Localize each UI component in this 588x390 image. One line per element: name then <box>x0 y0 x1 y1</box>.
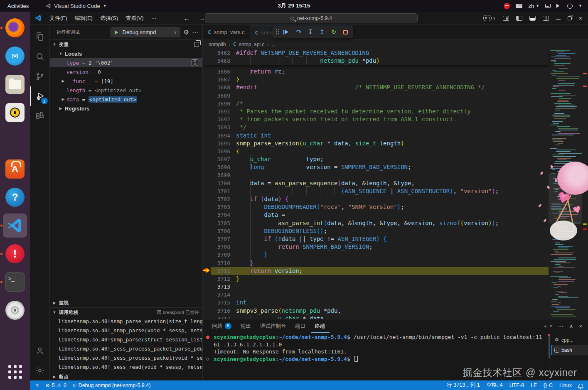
code-line-3468[interactable]: 3468netsnmp_pdu *pdu) <box>203 57 549 65</box>
dock-item-vscode[interactable] <box>3 213 27 238</box>
scope-registers[interactable]: ▶ Registers <box>50 104 202 113</box>
debug-settings-gear-icon[interactable]: ⚙ <box>184 29 189 36</box>
panel-tab-2[interactable]: 调试控制台 <box>256 319 290 333</box>
code-line-3700[interactable]: 3700data = asn_parse_sequence(data, &len… <box>203 179 549 187</box>
activities-button[interactable]: Activities <box>0 0 36 12</box>
restore-button[interactable] <box>568 16 572 20</box>
terminal-instance-cpp[interactable]: ⚙cpp... <box>551 335 588 345</box>
dock-item-disk[interactable] <box>3 298 27 322</box>
terminal-instance-bash[interactable]: >_bash <box>551 345 588 355</box>
code-line-3701[interactable]: 3701(ASN_SEQUENCE | ASN_CONSTRUCTOR), "v… <box>203 187 549 195</box>
code-line-3691[interactable]: 3691 * Parses the packet received to det… <box>203 108 549 115</box>
os-indicator[interactable]: Linux <box>556 380 575 390</box>
new-terminal-button[interactable]: ＋ <box>542 322 548 330</box>
code-line-3708[interactable]: 3708return SNMPERR_BAD_VERSION; <box>203 243 549 251</box>
dock-item-libreoffice[interactable] <box>3 129 27 153</box>
dock-item-terminal[interactable]: >_ <box>3 270 27 294</box>
remote-indicator[interactable]: × <box>30 380 42 390</box>
breadcrumb-folder[interactable]: snmplib <box>209 42 226 47</box>
code-line-3709[interactable]: 3709} <box>203 251 549 259</box>
code-line-3699[interactable]: 3699 <box>203 171 549 179</box>
toggle-sidebar-icon[interactable] <box>516 16 522 21</box>
stop-button[interactable] <box>340 27 350 37</box>
watch-header[interactable]: ▶ 监视 <box>50 298 202 307</box>
command-center-search[interactable]: net-snmp-5.9.4 <box>205 13 418 23</box>
code-line-3689[interactable]: 3689 <box>203 92 549 100</box>
indentation[interactable]: 空格: 4 <box>483 380 506 390</box>
more-actions-icon[interactable]: ⋯ <box>558 323 563 329</box>
menu-1[interactable]: 编辑(E) <box>71 12 96 25</box>
code-line-3716[interactable]: 3716snmpv3_parse(netsnmp_pdu *pdu, <box>203 307 549 315</box>
customize-layout-icon[interactable] <box>503 16 509 21</box>
copy-icon[interactable] <box>194 42 199 47</box>
breadcrumb-symbol[interactable]: ... <box>272 42 276 47</box>
code-line-3704[interactable]: 3704data = <box>203 211 549 219</box>
notifications-bell[interactable] <box>575 380 588 390</box>
overview-ruler[interactable] <box>582 49 588 319</box>
minimize-button[interactable] <box>556 19 561 20</box>
stack-frame-4[interactable]: libnetsnmp.so.40!_sess_process_packet(vo… <box>50 353 202 363</box>
code-line-3698[interactable]: 3698long version = SNMPERR_BAD_VERSION; <box>203 163 549 171</box>
breakpoints-header[interactable]: ▶ 断点 <box>50 372 202 380</box>
stack-frame-0[interactable]: libnetsnmp.so.40!snmp_parse_version(size… <box>50 317 202 326</box>
stack-frame-2[interactable]: libnetsnmp.so.40!snmp_parse(struct sessi… <box>50 335 202 344</box>
code-line-3706[interactable]: 3706DEBUGINDENTLESS(); <box>203 227 549 235</box>
system-tray[interactable]: zh▼ ▼ <box>504 3 588 9</box>
drag-handle-icon[interactable] <box>276 29 280 35</box>
close-panel-icon[interactable]: × <box>579 323 582 329</box>
code-line-3702[interactable]: 3702if (data) { <box>203 195 549 203</box>
tab-snmp-vars[interactable]: C snmp_vars.c <box>203 25 250 39</box>
panel-tab-3[interactable]: 端口 <box>291 319 310 333</box>
code-line-3688[interactable]: 3688#endif /* NETSNMP_USE_REVERSE_ASNENC… <box>203 83 549 91</box>
code-line-3717[interactable]: 3717u_char * data, <box>203 315 549 319</box>
panel-tab-1[interactable]: 输出 <box>236 319 255 333</box>
code-line-3686[interactable]: 3686return rc; <box>203 68 549 76</box>
sidebar-item-source-control[interactable] <box>30 66 50 86</box>
panel-tab-0[interactable]: 问题5 <box>208 319 236 333</box>
code-line-3714[interactable]: 3714 <box>203 291 549 299</box>
sidebar-item-run-debug[interactable]: 1 <box>30 86 50 106</box>
focused-app-menu[interactable]: Visual Studio Code ▼ <box>45 3 106 9</box>
debug-status[interactable]: ▷ Debug snmpd (net-snmp-5.9.4) <box>70 380 154 390</box>
back-button[interactable]: ← <box>184 15 190 22</box>
sidebar-item-explorer[interactable] <box>30 27 50 47</box>
step-out-button[interactable]: ↥ <box>317 27 327 37</box>
code-line-3703[interactable]: 3703DEBUGDUMPHEADER("recv", "SNMP Versio… <box>203 203 549 211</box>
more-actions-icon[interactable]: ··· <box>192 29 199 35</box>
clock[interactable]: 3月 29 15∶15 <box>278 2 310 10</box>
maximize-panel-icon[interactable]: ∧ <box>569 323 573 329</box>
variable-row-length[interactable]: length = <optimized out> <box>50 86 202 95</box>
stack-frame-5[interactable]: libnetsnmp.so.40!_sess_read(void * sessp… <box>50 363 202 372</box>
code-line-3710[interactable]: 3710} <box>203 259 549 267</box>
code-line-3705[interactable]: 3705asn_parse_int(data, &length, &type, … <box>203 219 549 227</box>
dock-item-thunderbird[interactable]: ✉ <box>3 44 27 68</box>
step-over-button[interactable]: ↷ <box>294 27 304 37</box>
sidebar-item-extensions[interactable] <box>30 106 50 126</box>
language-mode[interactable]: {}C <box>540 380 556 390</box>
menu-2[interactable]: 选择(S) <box>96 12 122 25</box>
dock-item-help[interactable]: ? <box>3 185 27 209</box>
sidebar-item-search[interactable] <box>30 47 50 66</box>
code-line-3711[interactable]: 3711return version; <box>203 267 549 275</box>
encoding[interactable]: UTF-8 <box>506 380 527 390</box>
code-line-3695[interactable]: 3695snmp_parse_version(u_char * data, si… <box>203 140 549 147</box>
step-into-button[interactable]: ↧ <box>305 27 315 37</box>
code-line-3712[interactable]: 3712} <box>203 275 549 283</box>
code-line-3707[interactable]: 3707if (!data || type != ASN_INTEGER) { <box>203 235 549 243</box>
stack-frame-1[interactable]: libnetsnmp.so.40!_snmp_parse(void * sess… <box>50 326 202 335</box>
panel-tab-4[interactable]: 终端 <box>311 319 330 333</box>
breadcrumb[interactable]: snmplib › C snmp_api.c › ... <box>203 39 588 49</box>
close-button[interactable]: × <box>579 15 582 22</box>
code-line-3462[interactable]: 3462#ifdef NETSNMP_USE_REVERSE_ASNENCODI… <box>203 49 549 57</box>
variable-row-type[interactable]: type = 2 '\002'0110 <box>50 58 202 67</box>
scope-locals[interactable]: ▼ Locals <box>50 49 202 58</box>
menu-0[interactable]: 文件(F) <box>46 12 71 25</box>
restart-button[interactable]: ↻ <box>329 27 339 37</box>
code-line-3697[interactable]: 3697u_char type; <box>203 155 549 163</box>
forward-button[interactable]: → <box>199 15 205 22</box>
code-line-3687[interactable]: 3687} <box>203 76 549 83</box>
terminal-scrollbar[interactable] <box>549 335 550 358</box>
code-line-3694[interactable]: 3694static int <box>203 132 549 140</box>
dock-item-firefox[interactable] <box>3 16 27 40</box>
start-debug-icon[interactable] <box>115 30 120 34</box>
